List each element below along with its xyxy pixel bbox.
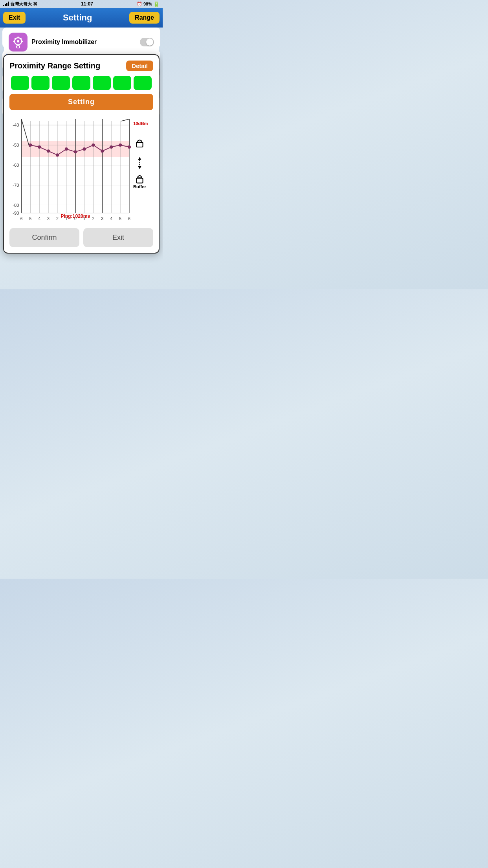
svg-point-44 bbox=[65, 147, 68, 151]
modal-overlay: Proximity Range Setting Detail Setting bbox=[0, 51, 163, 289]
proximity-range-modal: Proximity Range Setting Detail Setting bbox=[3, 54, 160, 254]
svg-marker-69 bbox=[138, 166, 141, 169]
svg-text:4: 4 bbox=[110, 217, 112, 221]
green-blocks-row bbox=[9, 76, 153, 90]
green-block-2[interactable] bbox=[31, 76, 50, 90]
svg-text:1: 1 bbox=[83, 217, 86, 221]
svg-point-6 bbox=[17, 40, 19, 42]
svg-text:4: 4 bbox=[38, 217, 40, 221]
svg-text:5: 5 bbox=[29, 217, 32, 221]
immobilizer-toggle[interactable] bbox=[140, 38, 154, 46]
immobilizer-icon bbox=[9, 33, 28, 51]
chart-container: -40 -50 -60 -70 -80 -90 bbox=[9, 114, 153, 224]
svg-point-47 bbox=[92, 143, 95, 147]
svg-text:0: 0 bbox=[74, 217, 77, 221]
page-title: Setting bbox=[63, 13, 92, 23]
svg-point-51 bbox=[128, 145, 131, 149]
svg-text:-90: -90 bbox=[13, 211, 19, 215]
svg-text:Buffer: Buffer bbox=[133, 184, 147, 189]
status-right: ⏰ 98% 🔋 bbox=[137, 1, 160, 7]
svg-point-40 bbox=[29, 143, 32, 147]
svg-text:-60: -60 bbox=[13, 163, 19, 167]
status-left: 台灣大哥大 ⌘ bbox=[3, 1, 37, 7]
svg-point-49 bbox=[110, 145, 113, 149]
chart-svg: -40 -50 -60 -70 -80 -90 bbox=[9, 114, 153, 224]
bottom-buttons: Confirm Exit bbox=[9, 228, 153, 247]
svg-text:10dBm: 10dBm bbox=[133, 121, 148, 126]
svg-text:-80: -80 bbox=[13, 203, 19, 208]
setting-button[interactable]: Setting bbox=[9, 94, 153, 110]
svg-text:2: 2 bbox=[92, 217, 95, 221]
svg-rect-70 bbox=[136, 178, 143, 183]
modal-exit-button[interactable]: Exit bbox=[83, 228, 153, 247]
alarm-icon: ⏰ bbox=[137, 2, 142, 7]
svg-marker-68 bbox=[138, 157, 141, 160]
battery-label: 98% bbox=[143, 2, 152, 6]
svg-text:1: 1 bbox=[65, 217, 68, 221]
svg-text:6: 6 bbox=[128, 217, 130, 221]
svg-text:-70: -70 bbox=[13, 183, 19, 188]
battery-icon: 🔋 bbox=[153, 1, 160, 7]
svg-point-45 bbox=[74, 150, 77, 153]
svg-point-41 bbox=[38, 145, 41, 149]
green-block-5[interactable] bbox=[93, 76, 111, 90]
svg-point-43 bbox=[56, 153, 59, 156]
svg-text:6: 6 bbox=[20, 217, 23, 221]
status-bar: 台灣大哥大 ⌘ 11:07 ⏰ 98% 🔋 bbox=[0, 0, 163, 8]
confirm-button[interactable]: Confirm bbox=[9, 228, 79, 247]
svg-text:3: 3 bbox=[101, 217, 104, 221]
range-button[interactable]: Range bbox=[129, 12, 160, 24]
svg-point-48 bbox=[101, 149, 104, 153]
svg-line-5 bbox=[15, 38, 15, 39]
modal-title: Proximity Range Setting bbox=[9, 61, 100, 70]
exit-button[interactable]: Exit bbox=[3, 12, 26, 24]
svg-text:-40: -40 bbox=[13, 123, 19, 127]
svg-point-42 bbox=[47, 149, 50, 153]
carrier-label: 台灣大哥大 bbox=[10, 1, 32, 7]
detail-button[interactable]: Detail bbox=[126, 61, 153, 71]
svg-text:5: 5 bbox=[119, 217, 121, 221]
header: Exit Setting Range bbox=[0, 8, 163, 28]
svg-rect-66 bbox=[136, 142, 143, 147]
green-block-4[interactable] bbox=[72, 76, 90, 90]
green-block-3[interactable] bbox=[52, 76, 70, 90]
svg-text:-50: -50 bbox=[13, 143, 19, 147]
green-block-7[interactable] bbox=[134, 76, 152, 90]
svg-point-46 bbox=[83, 147, 86, 151]
wifi-icon: ⌘ bbox=[33, 2, 37, 7]
svg-line-38 bbox=[121, 119, 129, 121]
green-block-1[interactable] bbox=[11, 76, 29, 90]
svg-text:3: 3 bbox=[47, 217, 50, 221]
svg-point-50 bbox=[119, 143, 122, 147]
svg-line-4 bbox=[21, 38, 22, 39]
time-label: 11:07 bbox=[81, 1, 93, 7]
signal-bars bbox=[3, 2, 9, 6]
green-block-6[interactable] bbox=[113, 76, 131, 90]
immobilizer-label: Proximity Immobilizer bbox=[31, 39, 136, 46]
svg-text:2: 2 bbox=[56, 217, 59, 221]
modal-header: Proximity Range Setting Detail bbox=[9, 61, 153, 71]
